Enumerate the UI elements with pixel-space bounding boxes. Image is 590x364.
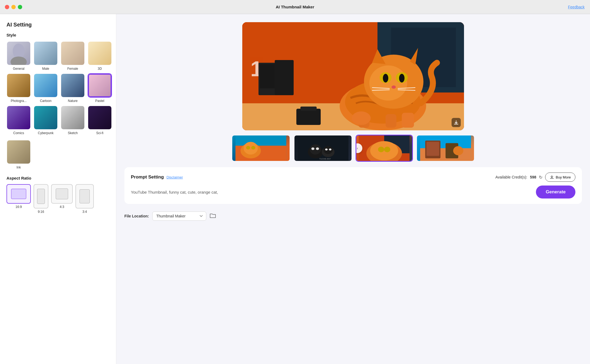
svg-point-29 <box>352 111 371 125</box>
svg-point-44 <box>325 148 327 151</box>
style-item-male[interactable]: Male <box>34 41 58 71</box>
aspect-box-3-4[interactable] <box>75 184 94 209</box>
aspect-name-9-16: 9:16 <box>38 210 44 214</box>
disclaimer-link[interactable]: Disclaimer <box>167 175 183 179</box>
svg-point-58 <box>453 146 463 155</box>
thumbnail-1[interactable] <box>231 135 290 162</box>
style-thumb-3d <box>88 42 111 65</box>
style-thumb-ink <box>7 140 30 164</box>
aspect-name-4-3: 4:3 <box>60 205 64 209</box>
prompt-input[interactable] <box>131 188 532 197</box>
style-thumb-comics <box>7 106 30 129</box>
style-grid: General Male Female 3D Photogra... Ca <box>6 41 110 135</box>
style-item-nature[interactable]: Nature <box>61 73 85 103</box>
svg-rect-13 <box>402 113 414 128</box>
feedback-link[interactable]: Feedback <box>568 5 585 9</box>
svg-point-52 <box>384 147 390 152</box>
generate-button[interactable]: Generate <box>536 186 575 198</box>
style-item-general[interactable]: General <box>6 41 31 71</box>
svg-point-36 <box>251 146 255 150</box>
buy-more-label: Buy More <box>556 175 571 179</box>
prompt-title-row: Prompt Setting Disclaimer <box>131 174 183 180</box>
style-name-cartoon: Cartoon <box>40 99 52 103</box>
buy-more-button[interactable]: Buy More <box>545 173 575 182</box>
style-thumb-general <box>7 42 30 65</box>
style-thumb-female <box>61 42 84 65</box>
style-item-ink[interactable]: Ink <box>6 140 31 169</box>
svg-rect-8 <box>275 60 294 95</box>
svg-point-41 <box>316 147 319 150</box>
style-name-nature: Nature <box>68 99 78 103</box>
svg-point-22 <box>392 85 396 89</box>
aspect-item-3-4[interactable]: 3:4 <box>75 184 94 214</box>
style-item-female[interactable]: Female <box>61 41 85 71</box>
close-button[interactable] <box>5 5 9 9</box>
prompt-input-row: Generate <box>131 186 575 198</box>
svg-point-40 <box>311 147 314 150</box>
thumb-inner-3 <box>356 135 412 161</box>
style-name-general: General <box>13 67 25 71</box>
style-item-comics[interactable]: Comics <box>6 105 31 135</box>
minimize-button[interactable] <box>11 5 16 9</box>
traffic-lights <box>5 5 22 9</box>
aspect-name-16-9: 16:9 <box>15 205 22 209</box>
maximize-button[interactable] <box>18 5 22 9</box>
style-name-comics: Comics <box>13 131 24 135</box>
thumbnail-strip: TUCHE ANT <box>231 135 475 162</box>
thumb-inner-1 <box>232 135 290 161</box>
prompt-section: Prompt Setting Disclaimer Available Cred… <box>124 167 582 204</box>
style-item-sketch[interactable]: Sketch <box>61 105 85 135</box>
aspect-item-16-9[interactable]: 16:9 <box>6 184 31 214</box>
file-location-bar: File Location: Thumbnail Maker Downloads… <box>124 209 582 222</box>
aspect-box-4-3[interactable] <box>51 184 73 204</box>
buy-icon <box>550 175 554 179</box>
style-item-cartoon[interactable]: Cartoon <box>34 73 58 103</box>
style-item-scifi[interactable]: Sci-fi <box>88 105 112 135</box>
svg-point-17 <box>369 65 407 101</box>
refresh-icon[interactable]: ↻ <box>539 175 542 180</box>
main-image-svg: 1 <box>242 22 464 130</box>
aspect-ratio-section: Aspect Ratio 16:9 9:16 <box>6 176 110 214</box>
aspect-inner-16-9 <box>11 189 26 199</box>
svg-point-45 <box>329 148 331 151</box>
svg-rect-28 <box>300 107 317 111</box>
style-section-label: Style <box>6 33 110 37</box>
thumb-inner-2: TUCHE ANT <box>294 135 352 161</box>
main-image-area: 1 <box>124 22 582 162</box>
aspect-item-9-16[interactable]: 9:16 <box>34 184 48 214</box>
download-button[interactable] <box>452 118 461 127</box>
titlebar: AI Thumbnail Maker Feedback <box>0 0 590 14</box>
folder-icon[interactable] <box>210 213 216 220</box>
style-item-pastel[interactable]: Pastel <box>88 73 112 103</box>
style-item-3d[interactable]: 3D <box>88 41 112 71</box>
aspect-box-16-9[interactable] <box>6 184 31 204</box>
file-location-select[interactable]: Thumbnail Maker Downloads Desktop Docume… <box>152 211 206 221</box>
thumbnail-4[interactable] <box>416 135 475 162</box>
style-name-scifi: Sci-fi <box>96 131 104 135</box>
style-name-female: Female <box>67 67 78 71</box>
credits-label: Available Credit(s): <box>495 175 527 179</box>
file-location-label: File Location: <box>124 214 149 218</box>
style-thumb-nature <box>61 74 84 97</box>
svg-text:TUCHE ANT: TUCHE ANT <box>319 158 331 160</box>
style-thumb-male <box>34 42 57 65</box>
prompt-title: Prompt Setting <box>131 174 164 180</box>
main-image-container: 1 <box>242 22 464 130</box>
prompt-header: Prompt Setting Disclaimer Available Cred… <box>131 173 575 182</box>
aspect-item-4-3[interactable]: 4:3 <box>51 184 73 214</box>
aspect-box-9-16[interactable] <box>34 184 48 209</box>
thumbnail-2[interactable]: TUCHE ANT <box>294 135 353 162</box>
svg-rect-12 <box>386 114 396 128</box>
left-panel: AI Setting Style General Male Female 3D <box>0 14 116 364</box>
thumbnail-3[interactable]: ‹ <box>356 135 413 162</box>
style-name-male: Male <box>42 67 49 71</box>
style-item-cyberpunk[interactable]: Cyberpunk <box>34 105 58 135</box>
svg-rect-56 <box>426 142 439 156</box>
style-name-sketch: Sketch <box>68 131 78 135</box>
thumb-inner-4 <box>417 135 474 161</box>
style-item-photo[interactable]: Photogra... <box>6 73 31 103</box>
credits-area: Available Credit(s): 598 ↻ Buy More <box>495 173 575 182</box>
svg-rect-27 <box>296 109 321 125</box>
style-name-pastel: Pastel <box>95 99 104 103</box>
svg-point-35 <box>246 146 250 150</box>
